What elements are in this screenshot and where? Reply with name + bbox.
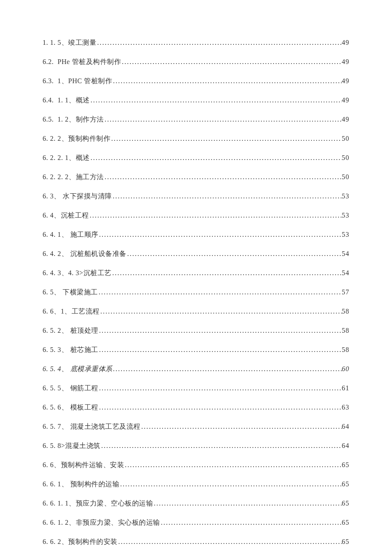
toc-row: 6. 5. 2、 桩顶处理 58	[43, 326, 349, 335]
toc-row: 6.5. 1. 2、制作方法 49	[43, 115, 349, 124]
toc-row: 1. 1. 5、竣工测量49	[43, 38, 349, 47]
toc-row: 6. 3、 水下探摸与清障53	[43, 192, 349, 201]
toc-entry-page: 58	[342, 308, 349, 315]
toc-row: 6. 5. 5、 钢筋工程 61	[43, 384, 349, 393]
toc-leader-dots	[112, 77, 342, 85]
toc-leader-dots	[98, 288, 342, 296]
toc-entry-page: 50	[342, 173, 349, 181]
toc-leader-dots	[119, 480, 342, 488]
toc-row: 6. 4. 3、4. 3>沉桩工艺 54	[43, 269, 349, 278]
toc-entry-page: 53	[342, 231, 349, 238]
toc-entry-page: 49	[342, 96, 349, 104]
toc-entry-page: 49	[342, 116, 349, 123]
toc-row: 6. 2. 2、预制构件制作 50	[43, 134, 349, 143]
toc-entry-label: 6. 2. 2. 1、概述	[43, 154, 90, 163]
toc-entry-label: 6. 4. 3、4. 3>沉桩工艺	[43, 269, 112, 278]
toc-leader-dots	[90, 154, 342, 162]
toc-row: 6. 5. 3、 桩芯施工 58	[43, 346, 349, 355]
toc-row: 6. 6. 1、 预制构件的运输 65	[43, 480, 349, 489]
toc-leader-dots	[112, 365, 342, 373]
toc-leader-dots	[118, 538, 342, 546]
toc-entry-label: 6. 6. 1、 预制构件的运输	[43, 480, 119, 489]
toc-entry-page: 65	[342, 480, 349, 488]
toc-row: 6. 5. 4、 底模承重体系60	[43, 365, 349, 374]
toc-leader-dots	[104, 116, 342, 123]
toc-entry-label: 6. 5. 5、 钢筋工程	[43, 384, 98, 393]
toc-entry-page: 65	[342, 461, 349, 469]
toc-entry-page: 65	[342, 519, 349, 526]
toc-entry-page: 50	[342, 135, 349, 142]
toc-row: 6. 6. 1. 1、预应力梁、空心板的运输 65	[43, 499, 349, 508]
toc-entry-page: 65	[342, 538, 349, 546]
toc-entry-label: 6. 6. 2、预制构件的安装	[43, 538, 118, 546]
toc-entry-page: 57	[342, 288, 349, 296]
toc-entry-label: 6. 2. 2. 2、施工方法	[43, 173, 104, 182]
toc-entry-label: 6. 4. 2、 沉桩船机设备准备	[43, 250, 127, 259]
toc-row: 6. 5. 8>混凝土浇筑 64	[43, 442, 349, 450]
toc-entry-label: 6.2. PHe 管桩及构件制作	[43, 58, 121, 67]
toc-entry-page: 54	[342, 269, 349, 277]
toc-entry-page: 50	[342, 154, 349, 162]
toc-entry-label: 6.3. 1、PHC 管桩制作	[43, 77, 112, 86]
toc-entry-label: 6. 4. 1、 施工顺序	[43, 230, 98, 239]
toc-entry-page: 64	[342, 442, 349, 450]
toc-leader-dots	[101, 442, 342, 450]
toc-leader-dots	[96, 39, 342, 46]
toc-entry-label: 6.4. 1. 1、概述	[43, 96, 90, 105]
toc-entry-label: 1. 1. 5、竣工测量	[43, 38, 96, 47]
toc-row: 6. 5. 7、 混凝土浇筑工艺及流程64	[43, 422, 349, 431]
toc-entry-label: 6. 3、 水下探摸与清障	[43, 192, 112, 201]
toc-leader-dots	[100, 308, 342, 315]
toc-entry-page: 49	[342, 77, 349, 85]
toc-leader-dots	[98, 346, 342, 354]
toc-entry-page: 49	[342, 39, 349, 46]
toc-leader-dots	[90, 96, 342, 104]
toc-row: 6. 2. 2. 2、施工方法 50	[43, 173, 349, 182]
toc-entry-page: 60	[342, 365, 349, 373]
toc-entry-label: 6. 6. 1. 2、非预应力梁、实心板的运输	[43, 518, 160, 527]
toc-leader-dots	[124, 461, 342, 469]
toc-entry-label: 6. 2. 2、预制构件制作	[43, 134, 110, 143]
toc-entry-page: 58	[342, 346, 349, 354]
toc-entry-label: 6. 6、预制构件运输、安装	[43, 461, 124, 470]
toc-entry-label: 6. 5. 7、 混凝土浇筑工艺及流程	[43, 422, 141, 431]
toc-row: 6.2. PHe 管桩及构件制作 49	[43, 58, 349, 67]
toc-row: 6. 4. 2、 沉桩船机设备准备 54	[43, 250, 349, 259]
toc-row: 6. 2. 2. 1、概述 50	[43, 154, 349, 163]
toc-leader-dots	[112, 269, 342, 277]
toc-leader-dots	[160, 519, 342, 526]
toc-entry-label: 6. 5. 8>混凝土浇筑	[43, 442, 101, 450]
toc-leader-dots	[110, 135, 342, 142]
toc-leader-dots	[89, 212, 342, 219]
toc-entry-label: 6. 5. 4、 底模承重体系	[43, 365, 112, 374]
toc-leader-dots	[98, 231, 342, 238]
toc-entry-page: 54	[342, 250, 349, 258]
toc-leader-dots	[121, 58, 342, 66]
toc-entry-page: 64	[342, 423, 349, 430]
toc-entry-page: 61	[342, 384, 349, 392]
toc-leader-dots	[104, 173, 342, 181]
toc-row: 6. 4. 1、 施工顺序 53	[43, 230, 349, 239]
toc-row: 6. 6. 1. 2、非预应力梁、实心板的运输 65	[43, 518, 349, 527]
toc-entry-label: 6. 5. 2、 桩顶处理	[43, 326, 98, 335]
toc-entry-label: 6. 5、 下横梁施工	[43, 288, 98, 297]
toc-row: 6. 6、1、工艺流程 58	[43, 307, 349, 316]
toc-leader-dots	[153, 500, 342, 507]
toc-entry-label: 6. 5. 6、 模板工程	[43, 403, 98, 412]
toc-row: 6. 5. 6、 模板工程 63	[43, 403, 349, 412]
toc-entry-page: 53	[342, 212, 349, 219]
toc-row: 6. 5、 下横梁施工57	[43, 288, 349, 297]
toc-row: 6.3. 1、PHC 管桩制作49	[43, 77, 349, 86]
table-of-contents: 1. 1. 5、竣工测量496.2. PHe 管桩及构件制作 496.3. 1、…	[43, 38, 349, 555]
toc-leader-dots	[112, 192, 342, 200]
toc-leader-dots	[141, 423, 342, 430]
toc-leader-dots	[127, 250, 342, 258]
toc-leader-dots	[98, 384, 342, 392]
toc-entry-label: 6. 5. 3、 桩芯施工	[43, 346, 98, 355]
toc-entry-label: 6. 6、1、工艺流程	[43, 307, 100, 316]
toc-entry-label: 6.5. 1. 2、制作方法	[43, 115, 104, 124]
toc-entry-label: 6. 6. 1. 1、预应力梁、空心板的运输	[43, 499, 153, 508]
toc-row: 6. 4、沉桩工程53	[43, 211, 349, 220]
toc-row: 6. 6. 2、预制构件的安装 65	[43, 538, 349, 546]
toc-leader-dots	[98, 404, 342, 411]
